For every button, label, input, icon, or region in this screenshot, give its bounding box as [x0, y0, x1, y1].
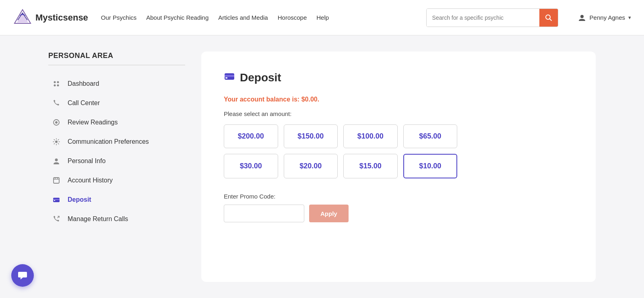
sidebar: PERSONAL AREA Dashboard Call Center Revi…	[48, 52, 185, 282]
apply-button[interactable]: Apply	[309, 205, 349, 222]
sidebar-item-account-history[interactable]: Account History	[48, 172, 185, 189]
sidebar-item-review-readings[interactable]: Review Readings	[48, 114, 185, 131]
nav-about-psychic-reading[interactable]: About Psychic Reading	[146, 14, 208, 22]
search-area	[426, 8, 558, 27]
svg-point-4	[580, 15, 584, 18]
nav-help[interactable]: Help	[316, 14, 329, 22]
logo-text: Mysticsense	[35, 12, 88, 23]
main-nav: Our Psychics About Psychic Reading Artic…	[101, 14, 413, 22]
svg-point-5	[54, 81, 56, 83]
logo[interactable]: Mysticsense	[13, 8, 88, 27]
sidebar-label-dashboard: Dashboard	[68, 80, 99, 87]
account-history-icon	[52, 176, 61, 185]
chat-button[interactable]	[11, 264, 34, 287]
svg-point-8	[57, 85, 59, 87]
sidebar-label-personal-info: Personal Info	[68, 157, 105, 165]
svg-rect-13	[54, 178, 59, 183]
deposit-title: Deposit	[240, 71, 281, 84]
deposit-title-icon	[224, 71, 235, 85]
nav-our-psychics[interactable]: Our Psychics	[101, 14, 136, 22]
chevron-down-icon: ▾	[628, 14, 631, 21]
sidebar-menu: Dashboard Call Center Review Readings Co…	[48, 75, 185, 228]
sidebar-label-manage-return-calls: Manage Return Calls	[68, 215, 128, 223]
manage-return-calls-icon	[52, 214, 61, 224]
search-input[interactable]	[427, 9, 539, 27]
user-menu[interactable]: Penny Agnes ▾	[578, 13, 631, 22]
select-amount-label: Please select an amount:	[224, 110, 573, 117]
svg-point-11	[55, 141, 58, 143]
amount-btn-15[interactable]: $15.00	[343, 154, 398, 178]
sidebar-item-communication-preferences[interactable]: Communication Preferences	[48, 133, 185, 151]
user-icon	[578, 13, 586, 22]
sidebar-label-call-center: Call Center	[68, 99, 100, 107]
user-name-label: Penny Agnes	[590, 14, 625, 21]
deposit-icon	[52, 195, 61, 205]
sidebar-item-call-center[interactable]: Call Center	[48, 94, 185, 112]
nav-horoscope[interactable]: Horoscope	[278, 14, 307, 22]
svg-point-6	[57, 81, 59, 83]
dashboard-icon	[52, 79, 61, 89]
amount-grid: $200.00 $150.00 $100.00 $65.00 $30.00 $2…	[224, 124, 457, 178]
search-button[interactable]	[539, 8, 558, 27]
svg-point-7	[54, 85, 56, 87]
promo-label: Enter Promo Code:	[224, 193, 573, 200]
amount-btn-10[interactable]: $10.00	[403, 154, 458, 178]
promo-code-input[interactable]	[224, 205, 304, 222]
svg-point-12	[55, 159, 58, 161]
main-layout: PERSONAL AREA Dashboard Call Center Revi…	[32, 35, 612, 298]
sidebar-item-manage-return-calls[interactable]: Manage Return Calls	[48, 210, 185, 228]
svg-rect-21	[225, 75, 234, 77]
amount-btn-100[interactable]: $100.00	[343, 124, 398, 148]
deposit-header: Deposit	[224, 71, 573, 85]
svg-rect-19	[54, 200, 55, 201]
personal-info-icon	[52, 156, 61, 166]
call-center-icon	[52, 98, 61, 108]
svg-rect-18	[53, 199, 60, 200]
chat-icon	[17, 270, 28, 281]
review-readings-icon	[52, 118, 61, 127]
nav-articles-and-media[interactable]: Articles and Media	[218, 14, 268, 22]
amount-btn-200[interactable]: $200.00	[224, 124, 278, 148]
amount-btn-65[interactable]: $65.00	[403, 124, 458, 148]
sidebar-label-account-history: Account History	[68, 177, 113, 184]
amount-btn-20[interactable]: $20.00	[284, 154, 338, 178]
sidebar-label-deposit: Deposit	[68, 196, 91, 203]
amount-btn-30[interactable]: $30.00	[224, 154, 278, 178]
balance-display: Your account balance is: $0.00.	[224, 96, 573, 103]
sidebar-label-communication-preferences: Communication Preferences	[68, 138, 149, 145]
sidebar-item-personal-info[interactable]: Personal Info	[48, 152, 185, 170]
sidebar-divider	[48, 65, 185, 65]
promo-row: Apply	[224, 205, 573, 222]
svg-marker-1	[17, 12, 28, 23]
svg-point-10	[55, 121, 58, 124]
search-icon	[545, 14, 552, 21]
sidebar-title: PERSONAL AREA	[48, 52, 185, 60]
sidebar-item-deposit[interactable]: Deposit	[48, 191, 185, 209]
header: Mysticsense Our Psychics About Psychic R…	[0, 0, 644, 35]
sidebar-label-review-readings: Review Readings	[68, 119, 118, 126]
svg-line-3	[549, 19, 551, 21]
sidebar-item-dashboard[interactable]: Dashboard	[48, 75, 185, 93]
amount-btn-150[interactable]: $150.00	[284, 124, 338, 148]
logo-icon	[13, 8, 32, 27]
communication-prefs-icon	[52, 137, 61, 147]
svg-rect-22	[225, 77, 227, 79]
deposit-content: Deposit Your account balance is: $0.00. …	[201, 52, 596, 282]
